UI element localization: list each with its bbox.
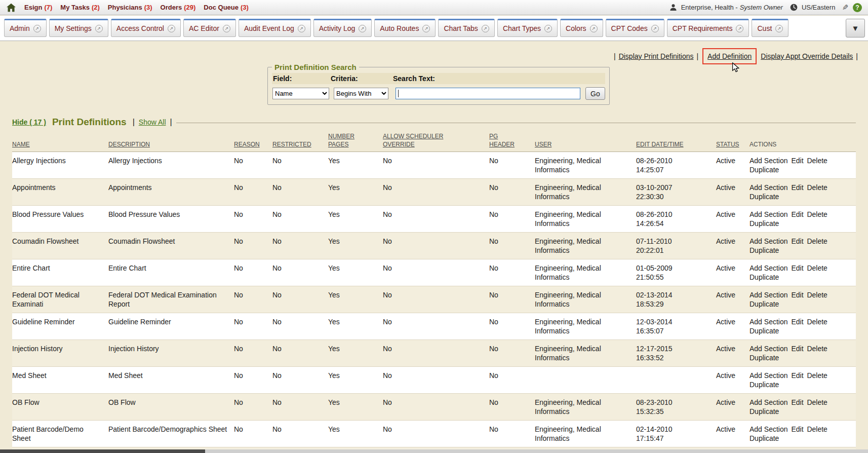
hide-link[interactable]: Hide ( 17 ) bbox=[12, 118, 46, 126]
column-header[interactable]: ALLOW SCHEDULER OVERRIDE bbox=[383, 130, 489, 152]
open-new-window-icon[interactable]: ↗ bbox=[736, 25, 743, 32]
tab[interactable]: Chart Tabs ↗ bbox=[438, 19, 494, 37]
delete-link[interactable]: Delete bbox=[807, 345, 827, 353]
delete-link[interactable]: Delete bbox=[807, 318, 827, 326]
tab[interactable]: My Settings ↗ bbox=[49, 19, 108, 37]
tab[interactable]: Auto Routes ↗ bbox=[374, 19, 436, 37]
open-new-window-icon[interactable]: ↗ bbox=[298, 25, 305, 32]
open-new-window-icon[interactable]: ↗ bbox=[482, 25, 489, 32]
tab[interactable]: Cust ↗ bbox=[752, 19, 788, 37]
column-header[interactable]: DESCRIPTION bbox=[108, 130, 234, 152]
search-input[interactable] bbox=[396, 88, 580, 99]
open-new-window-icon[interactable]: ↗ bbox=[168, 25, 175, 32]
add-section-link[interactable]: Add Section bbox=[749, 318, 788, 326]
add-section-link[interactable]: Add Section bbox=[749, 264, 788, 272]
add-section-link[interactable]: Add Section bbox=[749, 291, 788, 299]
edit-link[interactable]: Edit bbox=[791, 237, 803, 245]
top-nav-item[interactable]: Orders (29) bbox=[161, 4, 196, 11]
display-print-definitions-link[interactable]: Display Print Definitions bbox=[619, 52, 694, 60]
delete-link[interactable]: Delete bbox=[807, 398, 827, 406]
delete-link[interactable]: Delete bbox=[807, 425, 827, 433]
open-new-window-icon[interactable]: ↗ bbox=[95, 25, 103, 32]
add-section-link[interactable]: Add Section bbox=[749, 237, 788, 245]
edit-link[interactable]: Edit bbox=[791, 264, 803, 272]
add-section-link[interactable]: Add Section bbox=[749, 210, 788, 218]
delete-link[interactable]: Delete bbox=[807, 264, 827, 272]
top-nav-item[interactable]: My Tasks (2) bbox=[60, 4, 99, 11]
open-new-window-icon[interactable]: ↗ bbox=[544, 25, 552, 32]
duplicate-link[interactable]: Duplicate bbox=[749, 193, 779, 201]
tab[interactable]: AC Editor ↗ bbox=[183, 19, 236, 37]
home-icon[interactable] bbox=[6, 3, 16, 12]
edit-link[interactable]: Edit bbox=[791, 318, 803, 326]
duplicate-link[interactable]: Duplicate bbox=[749, 327, 779, 335]
help-icon[interactable]: ? bbox=[853, 3, 862, 12]
open-new-window-icon[interactable]: ↗ bbox=[651, 25, 659, 32]
column-header[interactable]: RESTRICTED bbox=[272, 130, 328, 152]
tab[interactable]: CPT Codes ↗ bbox=[606, 19, 664, 37]
column-header[interactable]: NAME bbox=[12, 130, 108, 152]
edit-link[interactable]: Edit bbox=[791, 291, 803, 299]
duplicate-link[interactable]: Duplicate bbox=[749, 166, 779, 174]
horizontal-scrollbar[interactable] bbox=[0, 449, 868, 453]
open-new-window-icon[interactable]: ↗ bbox=[33, 25, 41, 32]
duplicate-link[interactable]: Duplicate bbox=[749, 381, 779, 389]
delete-link[interactable]: Delete bbox=[807, 183, 827, 192]
duplicate-link[interactable]: Duplicate bbox=[749, 300, 779, 308]
add-section-link[interactable]: Add Section bbox=[749, 398, 788, 406]
edit-link[interactable]: Edit bbox=[791, 371, 803, 380]
add-section-link[interactable]: Add Section bbox=[749, 345, 788, 353]
edit-link[interactable]: Edit bbox=[791, 157, 803, 165]
top-nav-item[interactable]: Doc Queue (3) bbox=[204, 4, 249, 11]
top-nav-item[interactable]: Physicians (3) bbox=[108, 4, 152, 11]
open-new-window-icon[interactable]: ↗ bbox=[590, 25, 598, 32]
tab[interactable]: Chart Types ↗ bbox=[497, 19, 558, 37]
timezone-label[interactable]: US/Eastern bbox=[802, 4, 835, 11]
add-section-link[interactable]: Add Section bbox=[749, 425, 788, 433]
duplicate-link[interactable]: Duplicate bbox=[749, 273, 779, 281]
column-header[interactable]: USER bbox=[535, 130, 636, 152]
delete-link[interactable]: Delete bbox=[807, 371, 827, 380]
top-nav-item[interactable]: Esign (7) bbox=[24, 4, 52, 11]
duplicate-link[interactable]: Duplicate bbox=[749, 434, 779, 442]
delete-link[interactable]: Delete bbox=[807, 157, 827, 165]
add-section-link[interactable]: Add Section bbox=[749, 157, 788, 165]
tab[interactable]: Access Control ↗ bbox=[111, 19, 181, 37]
display-appt-override-link[interactable]: Display Appt Override Details bbox=[761, 52, 853, 60]
criteria-select[interactable]: Begins With bbox=[334, 88, 388, 99]
column-header[interactable]: REASON bbox=[234, 130, 272, 152]
add-section-link[interactable]: Add Section bbox=[749, 183, 788, 192]
current-user[interactable]: Enterprise, Health -System Owner bbox=[681, 4, 783, 11]
add-section-link[interactable]: Add Section bbox=[749, 371, 788, 380]
column-header[interactable]: NUMBER PAGES bbox=[328, 130, 383, 152]
open-new-window-icon[interactable]: ↗ bbox=[223, 25, 230, 32]
column-header[interactable]: ACTIONS bbox=[749, 130, 856, 152]
horizontal-scrollbar-thumb[interactable] bbox=[0, 449, 205, 453]
delete-link[interactable]: Delete bbox=[807, 291, 827, 299]
delete-link[interactable]: Delete bbox=[807, 237, 827, 245]
edit-link[interactable]: Edit bbox=[791, 345, 803, 353]
tab[interactable]: Admin ↗ bbox=[4, 19, 47, 37]
delete-link[interactable]: Delete bbox=[807, 210, 827, 218]
tab[interactable]: Activity Log ↗ bbox=[313, 19, 372, 37]
edit-link[interactable]: Edit bbox=[791, 425, 803, 433]
open-new-window-icon[interactable]: ↗ bbox=[422, 25, 430, 32]
column-header[interactable]: STATUS bbox=[716, 130, 749, 152]
edit-link[interactable]: Edit bbox=[791, 183, 803, 192]
edit-link[interactable]: Edit bbox=[791, 210, 803, 218]
edit-pencil-icon[interactable]: ✎ bbox=[842, 3, 849, 12]
add-definition-link[interactable]: Add Definition bbox=[707, 52, 752, 60]
field-select[interactable]: Name bbox=[272, 88, 329, 99]
duplicate-link[interactable]: Duplicate bbox=[749, 407, 779, 416]
tab-overflow-button[interactable]: ▼ bbox=[846, 19, 865, 37]
edit-link[interactable]: Edit bbox=[791, 398, 803, 406]
open-new-window-icon[interactable]: ↗ bbox=[775, 25, 783, 32]
tab[interactable]: Colors ↗ bbox=[560, 19, 603, 37]
column-header[interactable]: EDIT DATE/TIME bbox=[636, 130, 716, 152]
show-all-link[interactable]: Show All bbox=[139, 118, 166, 126]
duplicate-link[interactable]: Duplicate bbox=[749, 219, 779, 228]
duplicate-link[interactable]: Duplicate bbox=[749, 354, 779, 362]
open-new-window-icon[interactable]: ↗ bbox=[359, 25, 366, 32]
tab[interactable]: Audit Event Log ↗ bbox=[239, 19, 311, 37]
column-header[interactable]: PG HEADER bbox=[489, 130, 535, 152]
